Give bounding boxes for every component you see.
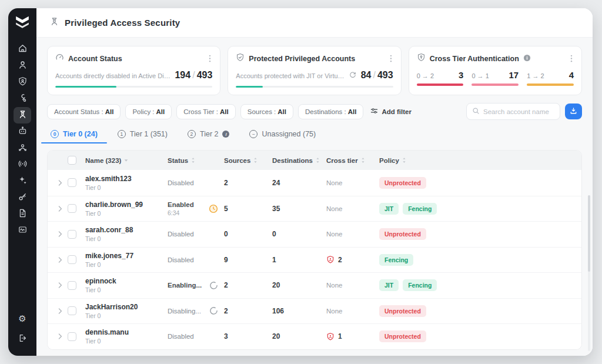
sidebar-item-logout[interactable] (14, 331, 31, 348)
sidebar-item-reports[interactable] (14, 222, 31, 239)
select-all-checkbox[interactable] (68, 156, 76, 165)
destinations-count: 106 (272, 307, 326, 315)
expand-row-button[interactable] (52, 331, 68, 342)
filter-chip-sources[interactable]: Sources :All (240, 104, 293, 119)
destinations-count: 0 (272, 230, 326, 238)
add-filter-button[interactable]: Add filter (368, 103, 413, 119)
protected-accounts-card: Protected Privileged Accounts Accounts p… (228, 46, 401, 95)
column-destinations[interactable]: Destinations (272, 157, 326, 164)
row-checkbox[interactable] (68, 255, 76, 264)
expand-row-button[interactable] (52, 229, 68, 239)
cross-tier-none: None (326, 179, 343, 186)
sidebar-item-identity-protection[interactable] (14, 74, 31, 91)
sidebar-item-home[interactable] (14, 41, 31, 58)
table-row[interactable]: epinnockTier 0Enabling...220NoneJITFenci… (48, 272, 581, 298)
account-tier: Tier 0 (85, 261, 168, 268)
sort-icon (316, 157, 320, 163)
account-name: JackHarrison20 (85, 303, 168, 311)
destinations-count: 1 (272, 256, 326, 264)
account-tier: Tier 0 (85, 210, 168, 217)
shield-check-icon (236, 53, 245, 64)
progress-fill (55, 86, 116, 88)
kebab-menu-icon[interactable] (208, 54, 212, 64)
sidebar-item-connectors[interactable] (14, 91, 31, 107)
account-tier: Tier 0 (85, 286, 168, 293)
connectors-icon (18, 93, 28, 105)
column-sources[interactable]: Sources (224, 157, 272, 164)
row-checkbox[interactable] (68, 281, 76, 290)
table-row[interactable]: JackHarrison20Tier 0Disabling...2106None… (48, 298, 581, 324)
filter-chip-policy[interactable]: Policy :All (125, 104, 172, 119)
scrollbar[interactable] (588, 195, 590, 351)
metric-1-2: 1 → 24 (527, 70, 574, 86)
shield-user-icon (18, 76, 28, 89)
app-window: ⚙ Privileged Access Security Account Sta… (8, 8, 593, 356)
column-cross-tier[interactable]: Cross tier (326, 157, 379, 164)
destinations-count: 24 (272, 179, 326, 187)
column-policy[interactable]: Policy (379, 157, 577, 164)
policy-cell: Unprotected (379, 177, 577, 189)
scrollbar-thumb[interactable] (588, 195, 590, 272)
cross-tier-none: None (326, 205, 343, 212)
sidebar-item-ai[interactable] (14, 173, 31, 189)
sort-icon (361, 157, 365, 163)
row-checkbox[interactable] (68, 178, 76, 187)
content: Account Status Accounts directly disable… (36, 38, 593, 356)
filter-chip-account-status[interactable]: Account Status :All (47, 104, 121, 119)
sources-count: 2 (224, 179, 272, 187)
card-value: 84/493 (361, 70, 393, 81)
main-area: Privileged Access Security Account Statu… (36, 8, 593, 356)
expand-row-button[interactable] (52, 280, 68, 290)
tab-tier-1[interactable]: 1 Tier 1 (351) (116, 128, 169, 143)
table-row[interactable]: sarah.conr_88Tier 0Disabled00NoneUnprote… (48, 221, 581, 247)
policy-cell: JITFencing (379, 203, 577, 215)
sidebar-item-lateral-movement[interactable] (14, 140, 31, 156)
tab-tier-0[interactable]: 0 Tier 0 (24) (49, 128, 99, 143)
sidebar-item-users[interactable] (14, 58, 31, 74)
row-checkbox[interactable] (68, 204, 76, 213)
reports-icon (18, 225, 28, 237)
refresh-icon[interactable] (349, 71, 356, 78)
expand-row-button[interactable] (52, 178, 68, 188)
sidebar-item-keys[interactable] (14, 189, 31, 206)
expand-row-button[interactable] (52, 203, 68, 214)
brand-logo-icon[interactable] (15, 15, 30, 31)
kebab-menu-icon[interactable] (569, 54, 574, 64)
policy-pill: Fencing (403, 203, 437, 215)
sidebar-item-privileged-access[interactable] (14, 107, 31, 123)
policy-pill: Unprotected (379, 330, 426, 342)
table-row[interactable]: dennis.manuTier 0Disabled3201Unprotected (48, 323, 581, 349)
status-text: Disabled (168, 333, 194, 340)
table-row[interactable]: alex.smith123Tier 0Disabled224NoneUnprot… (48, 170, 581, 196)
info-icon[interactable] (523, 54, 531, 64)
expand-row-button[interactable] (52, 306, 68, 316)
tab-unassigned[interactable]: − Unassigned (75) (248, 128, 317, 143)
column-status[interactable]: Status (168, 157, 224, 164)
export-button[interactable] (565, 103, 582, 119)
table-row[interactable]: charlie.brown_99Tier 0Enabled6:34535None… (48, 196, 581, 222)
tab-tier-2[interactable]: 2 Tier 2 i (186, 128, 231, 143)
sidebar-item-logs[interactable] (14, 206, 31, 222)
row-checkbox[interactable] (68, 306, 76, 315)
sidebar-item-service-accounts[interactable] (14, 123, 31, 140)
filter-chip-destinations[interactable]: Destinations :All (298, 104, 363, 119)
sidebar-item-settings[interactable]: ⚙ (14, 310, 31, 326)
cross-tier-none: None (326, 308, 343, 315)
search-input[interactable] (483, 108, 554, 115)
search-icon (472, 106, 480, 117)
accounts-table: Name (323) Status Sources Destinations C… (47, 150, 582, 350)
download-icon (570, 107, 577, 116)
column-name[interactable]: Name (323) (85, 157, 168, 164)
account-tier: Tier 0 (85, 184, 168, 191)
row-checkbox[interactable] (68, 332, 76, 341)
kebab-menu-icon[interactable] (389, 54, 393, 64)
search-box (466, 103, 560, 120)
destinations-count: 20 (272, 332, 326, 340)
expand-row-button[interactable] (52, 255, 68, 265)
cross-tier-count: 2 (338, 256, 342, 264)
cross-tier-count: 1 (338, 332, 342, 340)
table-row[interactable]: mike.jones_77Tier 0Disabled912Fencing (48, 247, 581, 273)
sidebar-item-detection[interactable] (14, 156, 31, 173)
row-checkbox[interactable] (68, 230, 76, 239)
filter-chip-cross-tier[interactable]: Cross Tier :All (176, 104, 236, 119)
